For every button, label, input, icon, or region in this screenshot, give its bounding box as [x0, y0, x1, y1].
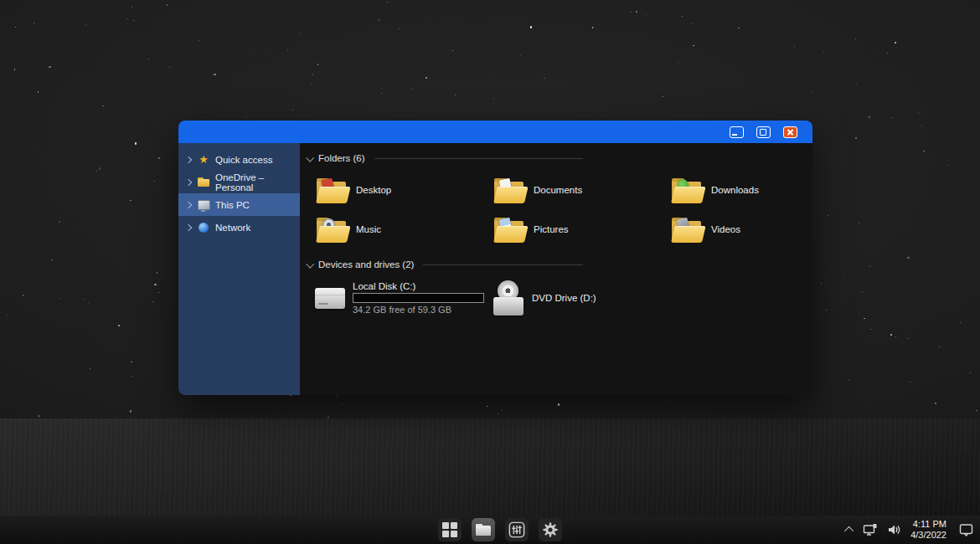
content-pane: Folders (6) Desktop Documents Downloads: [300, 143, 812, 395]
folder-icon: [476, 524, 491, 536]
chat-bubble-icon[interactable]: [959, 523, 973, 537]
sidebar-item-this-pc[interactable]: This PC: [178, 193, 300, 216]
sidebar-item-onedrive[interactable]: OneDrive – Personal: [178, 171, 300, 193]
folder-label: Pictures: [534, 224, 569, 234]
drives-section-header[interactable]: Devices and drives (2): [307, 256, 583, 273]
folder-label: Videos: [711, 224, 740, 234]
folder-videos-icon: [670, 215, 704, 243]
sidebar-item-network[interactable]: Network: [178, 216, 300, 239]
sidebar-item-label: Quick access: [215, 155, 272, 165]
file-explorer-window: ★ Quick access OneDrive – Personal This …: [178, 121, 812, 395]
chevron-right-icon[interactable]: [185, 201, 192, 208]
network-icon[interactable]: [863, 523, 878, 536]
settings-button[interactable]: [539, 518, 562, 541]
taskbar-buttons: [438, 516, 562, 544]
section-divider: [374, 158, 583, 159]
star-icon: ★: [197, 153, 210, 167]
folder-pictures-icon: [493, 215, 526, 243]
folder-tile-desktop[interactable]: Desktop: [315, 170, 493, 209]
folders-section-header[interactable]: Folders (6): [307, 150, 583, 167]
chevron-down-icon[interactable]: [306, 259, 314, 268]
folder-tile-pictures[interactable]: Pictures: [493, 209, 670, 249]
chevron-up-icon[interactable]: [844, 526, 854, 536]
start-button[interactable]: [438, 518, 462, 541]
folder-label: Desktop: [356, 185, 391, 195]
folder-tile-documents[interactable]: Documents: [493, 170, 670, 209]
chevron-right-icon[interactable]: [185, 223, 192, 230]
chevron-right-icon[interactable]: [185, 178, 192, 185]
close-icon[interactable]: [783, 126, 797, 138]
dvd-drive-icon: [493, 280, 524, 316]
folder-label: Downloads: [711, 185, 759, 195]
drive-capacity-bar: [353, 293, 484, 303]
drive-label: DVD Drive (D:): [532, 293, 596, 303]
start-icon: [442, 522, 457, 537]
sidebar-item-label: This PC: [215, 200, 250, 210]
drive-label: Local Disk (C:): [353, 281, 484, 291]
drive-tile-dvd[interactable]: DVD Drive (D:): [493, 276, 670, 320]
chevron-right-icon[interactable]: [185, 156, 192, 162]
minimize-icon[interactable]: [730, 126, 744, 138]
chevron-down-icon[interactable]: [306, 153, 314, 162]
folder-downloads-icon: [670, 176, 704, 203]
system-tray: 4:11 PM 4/3/2022: [847, 516, 973, 544]
file-explorer-button[interactable]: [472, 518, 495, 541]
drive-free-space-text: 34.2 GB free of 59.3 GB: [353, 305, 484, 315]
volume-icon[interactable]: [887, 523, 901, 536]
gear-icon: [542, 521, 559, 538]
section-divider: [423, 264, 583, 265]
folder-label: Documents: [534, 185, 582, 195]
folder-tile-videos[interactable]: Videos: [670, 209, 812, 249]
hard-drive-icon: [315, 288, 345, 309]
mixer-button[interactable]: [505, 518, 529, 541]
sidebar-item-label: OneDrive – Personal: [215, 172, 300, 192]
folder-music-icon: [315, 215, 348, 243]
drive-tile-local-disk[interactable]: Local Disk (C:) 34.2 GB free of 59.3 GB: [315, 276, 493, 320]
computer-icon: [197, 198, 210, 212]
mixer-icon: [508, 521, 525, 538]
sidebar-item-label: Network: [215, 223, 250, 233]
folder-label: Music: [356, 224, 381, 234]
navigation-sidebar: ★ Quick access OneDrive – Personal This …: [178, 143, 300, 395]
window-titlebar[interactable]: [178, 121, 812, 143]
folder-desktop-icon: [315, 176, 348, 203]
taskbar: 4:11 PM 4/3/2022: [0, 516, 980, 544]
folder-documents-icon: [493, 176, 526, 203]
desktop: ★ Quick access OneDrive – Personal This …: [0, 0, 980, 544]
network-globe-icon: [197, 221, 210, 234]
sidebar-item-quick-access[interactable]: ★ Quick access: [178, 148, 300, 171]
section-title: Devices and drives (2): [318, 259, 414, 269]
section-title: Folders (6): [318, 153, 365, 163]
taskbar-clock[interactable]: 4:11 PM 4/3/2022: [910, 519, 946, 541]
folders-grid: Desktop Documents Downloads Music: [315, 170, 812, 249]
folder-tile-music[interactable]: Music: [315, 209, 493, 249]
onedrive-folder-icon: [197, 176, 210, 189]
clock-date: 4/3/2022: [910, 530, 946, 541]
folder-tile-downloads[interactable]: Downloads: [670, 170, 812, 209]
maximize-icon[interactable]: [756, 126, 771, 138]
drives-grid: Local Disk (C:) 34.2 GB free of 59.3 GB …: [315, 276, 812, 320]
clock-time: 4:11 PM: [913, 519, 946, 530]
